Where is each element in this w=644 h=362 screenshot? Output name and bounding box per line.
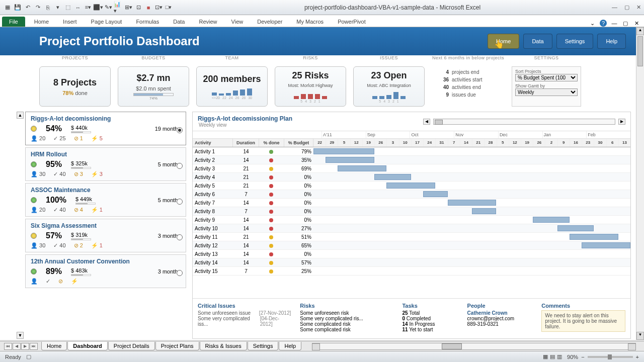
gantt-bar[interactable] [570, 234, 618, 240]
ribbon-min-icon[interactable]: ⌄ [589, 20, 596, 27]
ribbon-tab-insert[interactable]: Insert [56, 17, 84, 27]
sheet-first-icon[interactable]: ⏮ [4, 343, 12, 350]
qat-icon[interactable]: ⊡▾ [154, 3, 163, 12]
qat-icon[interactable]: ■ [144, 3, 153, 12]
qat-icon[interactable]: ⬚ [63, 3, 72, 12]
project-budget: $ 440k [71, 125, 91, 133]
gantt-bar[interactable] [472, 208, 496, 214]
sheet-tab[interactable]: Home [41, 342, 67, 350]
qat-icon[interactable]: ⊞▾ [124, 3, 133, 12]
qat-icon[interactable]: ⊡ [134, 3, 143, 12]
gantt-next-icon[interactable]: ▶ [618, 119, 625, 125]
ribbon-tab-file[interactable]: File [2, 17, 25, 27]
ribbon-tab-pagelayout[interactable]: Page Layout [84, 17, 129, 27]
nav-settings-button[interactable]: Settings [556, 34, 594, 49]
sheet-tab[interactable]: Help [279, 342, 301, 350]
qat-icon[interactable]: □▾ [164, 3, 173, 12]
view-break-icon[interactable]: ▥ [557, 353, 562, 360]
project-radio[interactable] [177, 199, 183, 205]
sheet-next-icon[interactable]: ▶ [21, 343, 29, 350]
project-radio[interactable] [177, 127, 183, 133]
sheet-tab[interactable]: Risks & Issues [200, 342, 247, 350]
gantt-bar[interactable] [423, 191, 447, 197]
kpi-projects[interactable]: 8 Projects 78% done [39, 66, 111, 107]
redo-icon[interactable]: ↷ [33, 3, 42, 12]
wb-min-icon[interactable]: — [611, 20, 618, 27]
project-card[interactable]: ASSOC Maintenance 100% $ 449k 5 months 👤… [25, 183, 186, 217]
sheet-tab[interactable]: Project Plans [155, 342, 199, 350]
gantt-bar[interactable] [326, 157, 374, 163]
view-layout-icon[interactable]: ▤ [550, 353, 555, 360]
project-card[interactable]: 12th Annual Customer Convention 89% $ 48… [25, 254, 186, 288]
gantt-bar[interactable] [557, 225, 594, 231]
kpi-budgets[interactable]: $2.7 mn $2.0 mn spent 74% [118, 66, 189, 107]
zoom-in-icon[interactable]: + [636, 354, 639, 360]
vertical-scrollbar[interactable]: ▲ ▼ [636, 27, 644, 340]
zoom-slider[interactable] [588, 356, 633, 358]
ribbon-tab-mymacros[interactable]: My Macros [289, 17, 331, 27]
close-icon[interactable]: ✕ [636, 4, 641, 11]
project-card[interactable]: Six Sigma Assessment 57% $ 319k 3 months… [25, 219, 186, 252]
ribbon-tab-review[interactable]: Review [192, 17, 224, 27]
project-radio[interactable] [177, 234, 183, 240]
gantt-bar[interactable] [448, 200, 497, 206]
wb-close-icon[interactable]: ✕ [633, 20, 640, 27]
view-normal-icon[interactable]: ▦ [543, 353, 548, 360]
project-card[interactable]: Riggs-A-lot decomissioning 54% $ 440k 19… [25, 112, 186, 145]
ribbon-tab-developer[interactable]: Developer [250, 17, 289, 27]
ribbon-tab-home[interactable]: Home [27, 17, 56, 27]
gantt-bar[interactable] [386, 183, 435, 189]
sheet-tab[interactable]: Project Details [108, 342, 155, 350]
excel-icon[interactable]: ▦ [3, 3, 12, 12]
scroll-down-icon[interactable]: ▼ [636, 332, 644, 340]
save-icon[interactable]: 💾 [13, 3, 22, 12]
macro-record-icon[interactable]: ▢ [26, 353, 31, 360]
gantt-body[interactable]: Activity 1 14 79% Activity 2 14 35% Acti… [193, 147, 630, 298]
scroll-down-icon[interactable]: ▼ [17, 332, 24, 339]
qat-icon[interactable]: ✎▾ [104, 3, 113, 12]
project-card[interactable]: HRM Rollout 95% $ 325k 5 months 👤 30 ✓ 4… [25, 147, 186, 181]
sort-select[interactable]: % Budget Spent (100 [515, 74, 578, 81]
help-icon[interactable]: ? [600, 20, 607, 27]
gantt-bar[interactable] [313, 148, 374, 154]
project-radio[interactable] [177, 270, 183, 276]
gantt-slider[interactable] [433, 119, 615, 125]
ribbon-tab-powerpivot[interactable]: PowerPivot [331, 17, 373, 27]
nav-home-button[interactable]: Home [488, 34, 519, 49]
undo-icon[interactable]: ↶ [23, 3, 32, 12]
sheet-last-icon[interactable]: ⏭ [30, 343, 38, 350]
gantt-bar[interactable] [374, 174, 411, 180]
sheet-tab[interactable]: Dashboard [67, 342, 107, 350]
gantt-bar[interactable] [582, 242, 630, 248]
kpi-risks[interactable]: 25 Risks Most: Morlott Highway 54321 [275, 66, 346, 107]
scroll-up-icon[interactable]: ▲ [636, 27, 644, 35]
gantt-bar[interactable] [533, 217, 570, 223]
gantt-prev-icon[interactable]: ◀ [423, 119, 430, 125]
minimize-icon[interactable]: — [612, 4, 617, 11]
ribbon-tab-view[interactable]: View [224, 17, 251, 27]
qat-icon[interactable]: ⬛▾ [94, 3, 103, 12]
kpi-issues[interactable]: 23 Open Most: ABC Integration 54321 [353, 66, 425, 107]
horizontal-scrollbar[interactable] [312, 343, 636, 350]
scroll-up-icon[interactable]: ▲ [17, 112, 24, 119]
sheet-prev-icon[interactable]: ◀ [13, 343, 21, 350]
qat-icon[interactable]: 📊▾ [114, 3, 123, 12]
qat-icon[interactable]: ↔ [73, 3, 83, 12]
qat-icon[interactable]: ▾ [53, 3, 62, 12]
kpi-team[interactable]: 200 members <=202224262830 [196, 66, 268, 107]
window-controls: — ▢ ✕ [612, 4, 641, 11]
nav-data-button[interactable]: Data [523, 34, 552, 49]
sheet-tab[interactable]: Settings [248, 342, 279, 350]
wb-max-icon[interactable]: ▢ [622, 20, 629, 27]
nav-help-button[interactable]: Help [597, 34, 626, 49]
ribbon-tab-data[interactable]: Data [166, 17, 192, 27]
scroll-thumb[interactable] [637, 36, 643, 66]
gantt-by-select[interactable]: Weekly [515, 88, 578, 96]
gantt-bar[interactable] [338, 165, 386, 171]
ribbon-tab-formulas[interactable]: Formulas [129, 17, 166, 27]
maximize-icon[interactable]: ▢ [624, 4, 629, 11]
project-radio[interactable] [177, 163, 183, 169]
qat-icon[interactable]: ≡▾ [84, 3, 93, 12]
zoom-out-icon[interactable]: − [581, 354, 584, 360]
qat-icon[interactable]: ⎘ [43, 3, 52, 12]
